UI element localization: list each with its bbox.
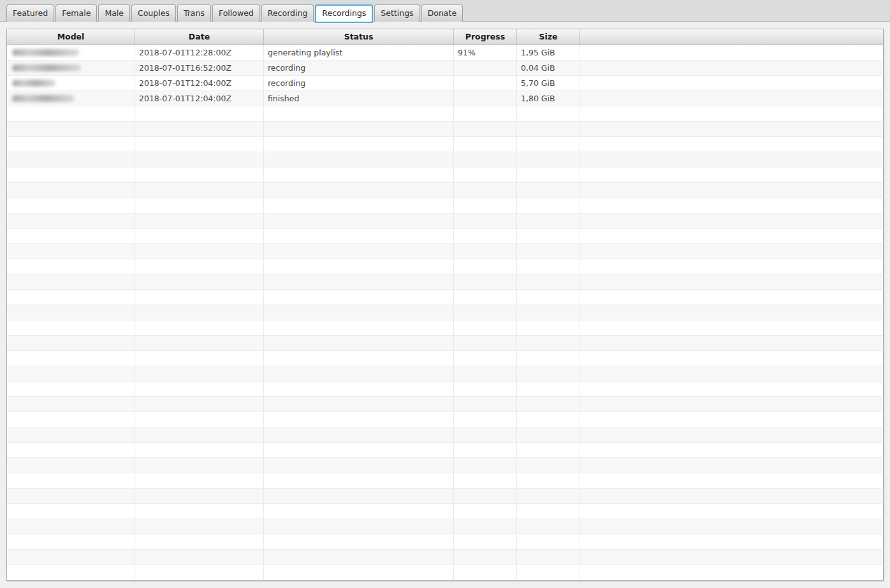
cell-date bbox=[135, 244, 264, 259]
empty-table-row[interactable] bbox=[7, 473, 883, 489]
empty-table-row[interactable] bbox=[7, 229, 883, 244]
empty-table-row[interactable] bbox=[7, 412, 883, 427]
cell-size bbox=[517, 504, 580, 519]
cell-filler bbox=[580, 122, 883, 137]
empty-table-row[interactable] bbox=[7, 397, 883, 412]
cell-filler bbox=[580, 106, 883, 122]
cell-size bbox=[517, 550, 580, 565]
empty-table-row[interactable] bbox=[7, 458, 883, 473]
cell-model bbox=[7, 550, 135, 565]
cell-status bbox=[264, 473, 454, 489]
cell-size bbox=[517, 168, 580, 183]
cell-size: 0,04 GiB bbox=[517, 61, 580, 76]
empty-table-row[interactable] bbox=[7, 137, 883, 152]
cell-model bbox=[7, 106, 135, 122]
empty-table-row[interactable] bbox=[7, 198, 883, 213]
empty-table-row[interactable] bbox=[7, 427, 883, 443]
empty-table-row[interactable] bbox=[7, 534, 883, 550]
cell-date bbox=[135, 213, 264, 229]
table-row[interactable]: 2018-07-01T12:04:00Zfinished1,80 GiB bbox=[7, 91, 883, 106]
tab-recording[interactable]: Recording bbox=[261, 4, 314, 22]
column-header-date[interactable]: Date bbox=[135, 29, 264, 45]
cell-filler bbox=[580, 565, 883, 580]
empty-table-row[interactable] bbox=[7, 565, 883, 580]
cell-date: 2018-07-01T16:52:00Z bbox=[135, 61, 264, 76]
cell-progress: 91% bbox=[454, 45, 517, 61]
table-body: 2018-07-01T12:28:00Zgenerating playlist9… bbox=[7, 45, 883, 580]
empty-table-row[interactable] bbox=[7, 443, 883, 458]
cell-model bbox=[7, 397, 135, 412]
cell-model bbox=[7, 351, 135, 366]
empty-table-row[interactable] bbox=[7, 366, 883, 382]
cell-progress bbox=[454, 198, 517, 213]
cell-status bbox=[264, 458, 454, 473]
empty-table-row[interactable] bbox=[7, 504, 883, 519]
table-row[interactable]: 2018-07-01T12:04:00Zrecording5,70 GiB bbox=[7, 76, 883, 91]
cell-model bbox=[7, 275, 135, 290]
tab-featured[interactable]: Featured bbox=[6, 4, 54, 22]
cell-status bbox=[264, 519, 454, 534]
empty-table-row[interactable] bbox=[7, 183, 883, 198]
empty-table-row[interactable] bbox=[7, 213, 883, 229]
cell-status: generating playlist bbox=[264, 45, 454, 61]
tab-followed[interactable]: Followed bbox=[212, 4, 260, 22]
column-header-status[interactable]: Status bbox=[264, 29, 454, 45]
cell-size bbox=[517, 443, 580, 458]
cell-model bbox=[7, 259, 135, 275]
cell-status bbox=[264, 152, 454, 168]
cell-status bbox=[264, 229, 454, 244]
cell-date: 2018-07-01T12:28:00Z bbox=[135, 45, 264, 61]
cell-status bbox=[264, 351, 454, 366]
cell-size bbox=[517, 259, 580, 275]
cell-filler bbox=[580, 244, 883, 259]
cell-status bbox=[264, 443, 454, 458]
cell-filler bbox=[580, 351, 883, 366]
column-header-progress[interactable]: Progress bbox=[454, 29, 517, 45]
empty-table-row[interactable] bbox=[7, 489, 883, 504]
cell-filler bbox=[580, 152, 883, 168]
cell-size bbox=[517, 382, 580, 397]
empty-table-row[interactable] bbox=[7, 152, 883, 168]
empty-table-row[interactable] bbox=[7, 351, 883, 366]
empty-table-row[interactable] bbox=[7, 519, 883, 534]
empty-table-row[interactable] bbox=[7, 290, 883, 305]
cell-model bbox=[7, 229, 135, 244]
tab-donate[interactable]: Donate bbox=[421, 4, 463, 22]
redacted-model-name bbox=[12, 64, 81, 71]
column-header-model[interactable]: Model bbox=[7, 29, 135, 45]
cell-filler bbox=[580, 412, 883, 427]
cell-status bbox=[264, 106, 454, 122]
cell-progress bbox=[454, 565, 517, 580]
table-row[interactable]: 2018-07-01T16:52:00Zrecording0,04 GiB bbox=[7, 61, 883, 76]
cell-progress bbox=[454, 106, 517, 122]
cell-model bbox=[7, 122, 135, 137]
tab-female[interactable]: Female bbox=[55, 4, 97, 22]
cell-filler bbox=[580, 427, 883, 443]
cell-progress bbox=[454, 152, 517, 168]
empty-table-row[interactable] bbox=[7, 336, 883, 351]
empty-table-row[interactable] bbox=[7, 122, 883, 137]
cell-progress bbox=[454, 91, 517, 106]
column-header-size[interactable]: Size bbox=[517, 29, 580, 45]
cell-model bbox=[7, 519, 135, 534]
empty-table-row[interactable] bbox=[7, 106, 883, 122]
empty-table-row[interactable] bbox=[7, 305, 883, 320]
empty-table-row[interactable] bbox=[7, 275, 883, 290]
empty-table-row[interactable] bbox=[7, 382, 883, 397]
tab-recordings[interactable]: Recordings bbox=[315, 4, 373, 23]
empty-table-row[interactable] bbox=[7, 168, 883, 183]
cell-filler bbox=[580, 504, 883, 519]
cell-size bbox=[517, 213, 580, 229]
tab-male[interactable]: Male bbox=[98, 4, 130, 22]
empty-table-row[interactable] bbox=[7, 320, 883, 336]
tab-settings[interactable]: Settings bbox=[374, 4, 419, 22]
cell-date bbox=[135, 198, 264, 213]
empty-table-row[interactable] bbox=[7, 550, 883, 565]
empty-table-row[interactable] bbox=[7, 244, 883, 259]
cell-date bbox=[135, 259, 264, 275]
empty-table-row[interactable] bbox=[7, 259, 883, 275]
tab-couples[interactable]: Couples bbox=[131, 4, 176, 22]
tab-trans[interactable]: Trans bbox=[177, 4, 211, 22]
table-row[interactable]: 2018-07-01T12:28:00Zgenerating playlist9… bbox=[7, 45, 883, 61]
cell-size bbox=[517, 412, 580, 427]
